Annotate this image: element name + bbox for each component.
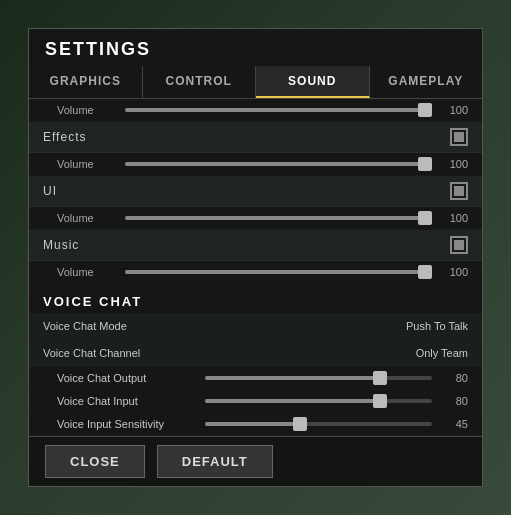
effects-section-row: Effects [29,122,482,153]
master-volume-row: Volume 100 [29,99,482,122]
settings-title: SETTINGS [29,29,482,66]
music-label: Music [43,238,123,252]
music-checkbox-inner [454,240,464,250]
voice-chat-output-value: 80 [440,372,468,384]
ui-checkbox[interactable] [450,182,468,200]
music-section-row: Music [29,230,482,261]
footer: CLOSE DEFAULT [29,436,482,486]
voice-input-sensitivity-slider[interactable] [205,422,432,426]
voice-chat-output-label: Voice Chat Output [57,372,197,384]
music-volume-value: 100 [440,266,468,278]
effects-label: Effects [43,130,123,144]
ui-volume-slider[interactable] [125,216,432,220]
settings-panel: SETTINGS GRAPHICS CONTROL SOUND GAMEPLAY… [28,28,483,487]
music-checkbox[interactable] [450,236,468,254]
voice-chat-mode-value: Push To Talk [406,320,468,332]
ui-volume-fill [125,216,432,220]
effects-volume-row: Volume 100 [29,153,482,176]
voice-chat-input-row: Voice Chat Input 80 [29,390,482,413]
voice-chat-mode-label: Voice Chat Mode [43,320,406,332]
effects-volume-label: Volume [57,158,117,170]
default-button[interactable]: DEFAULT [157,445,273,478]
effects-volume-thumb[interactable] [418,157,432,171]
ui-volume-thumb[interactable] [418,211,432,225]
music-volume-fill [125,270,432,274]
tab-control[interactable]: CONTROL [143,66,257,98]
effects-volume-fill [125,162,432,166]
music-volume-label: Volume [57,266,117,278]
music-volume-row: Volume 100 [29,261,482,284]
tab-graphics[interactable]: GRAPHICS [29,66,143,98]
master-volume-label: Volume [57,104,117,116]
ui-volume-label: Volume [57,212,117,224]
voice-input-sensitivity-thumb[interactable] [293,417,307,431]
voice-chat-channel-label: Voice Chat Channel [43,347,416,359]
ui-checkbox-inner [454,186,464,196]
ui-label: UI [43,184,123,198]
voice-chat-input-value: 80 [440,395,468,407]
voice-input-sensitivity-value: 45 [440,418,468,430]
voice-chat-input-fill [205,399,387,403]
voice-chat-mode-row: Voice Chat Mode Push To Talk [29,313,482,340]
ui-volume-value: 100 [440,212,468,224]
close-button[interactable]: CLOSE [45,445,145,478]
effects-volume-slider[interactable] [125,162,432,166]
tabs-bar: GRAPHICS CONTROL SOUND GAMEPLAY [29,66,482,99]
voice-chat-channel-row: Voice Chat Channel Only Team [29,340,482,367]
voice-chat-input-thumb[interactable] [373,394,387,408]
effects-checkbox[interactable] [450,128,468,146]
effects-checkbox-inner [454,132,464,142]
music-volume-slider[interactable] [125,270,432,274]
voice-chat-output-fill [205,376,387,380]
music-volume-thumb[interactable] [418,265,432,279]
master-volume-slider[interactable] [125,108,432,112]
voice-chat-output-thumb[interactable] [373,371,387,385]
ui-section-row: UI [29,176,482,207]
tab-gameplay[interactable]: GAMEPLAY [370,66,483,98]
ui-volume-row: Volume 100 [29,207,482,230]
voice-input-sensitivity-fill [205,422,307,426]
voice-input-sensitivity-row: Voice Input Sensitivity 45 [29,413,482,436]
master-volume-thumb[interactable] [418,103,432,117]
master-volume-value: 100 [440,104,468,116]
voice-chat-output-row: Voice Chat Output 80 [29,367,482,390]
voice-chat-header: VOICE CHAT [29,284,482,313]
voice-chat-input-label: Voice Chat Input [57,395,197,407]
effects-volume-value: 100 [440,158,468,170]
voice-input-sensitivity-label: Voice Input Sensitivity [57,418,197,430]
master-volume-fill [125,108,432,112]
voice-chat-input-slider[interactable] [205,399,432,403]
settings-content: Volume 100 Effects Volume 100 UI [29,99,482,456]
voice-chat-channel-value: Only Team [416,347,468,359]
tab-sound[interactable]: SOUND [256,66,370,98]
voice-chat-output-slider[interactable] [205,376,432,380]
